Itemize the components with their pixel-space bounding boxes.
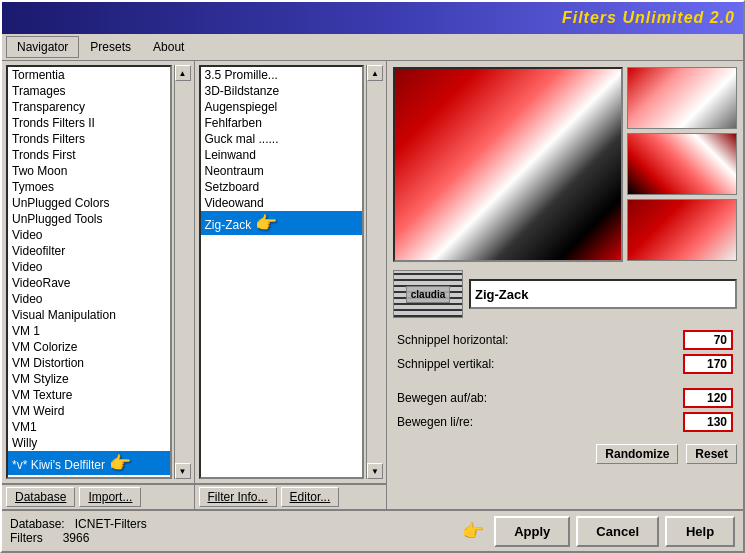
apply-button[interactable]: Apply bbox=[494, 516, 570, 547]
bewegen-li-re-value[interactable]: 130 bbox=[683, 412, 733, 432]
right-scrollbar[interactable]: ▲ ▼ bbox=[366, 65, 382, 479]
title-bar-text: Filters Unlimited 2.0 bbox=[562, 9, 735, 27]
list-item[interactable]: 3D-Bildstanze bbox=[201, 83, 363, 99]
database-btn[interactable]: Database bbox=[6, 487, 75, 507]
left-scrollbar[interactable]: ▲ ▼ bbox=[174, 65, 190, 479]
bewegen-auf-ab-label: Bewegen auf/ab: bbox=[397, 391, 683, 405]
list-item[interactable]: Tymoes bbox=[8, 179, 170, 195]
list-item[interactable]: Setzboard bbox=[201, 179, 363, 195]
status-info: Database: ICNET-Filters Filters 3966 bbox=[10, 517, 147, 545]
randomize-reset-bar: Randomize Reset bbox=[393, 444, 737, 464]
list-item[interactable]: Transparency bbox=[8, 99, 170, 115]
left-list-container: TormentiaTramagesTransparencyTronds Filt… bbox=[2, 61, 194, 483]
list-item[interactable]: Neontraum bbox=[201, 163, 363, 179]
database-value: ICNET-Filters bbox=[75, 517, 147, 531]
filter-name: Zig-Zack bbox=[475, 287, 528, 302]
title-bar: Filters Unlimited 2.0 bbox=[2, 2, 743, 34]
tab-about[interactable]: About bbox=[142, 36, 195, 58]
reset-btn[interactable]: Reset bbox=[686, 444, 737, 464]
scroll-track bbox=[175, 81, 190, 463]
right-scroll-up-btn[interactable]: ▲ bbox=[367, 65, 383, 81]
tab-presets[interactable]: Presets bbox=[79, 36, 142, 58]
left-toolbar: Database Import... bbox=[2, 483, 194, 509]
list-item[interactable]: UnPlugged Tools bbox=[8, 211, 170, 227]
list-item[interactable]: Tormentia bbox=[8, 67, 170, 83]
scroll-up-btn[interactable]: ▲ bbox=[175, 65, 191, 81]
param-schnippel-vertikal: Schnippel vertikal: 170 bbox=[397, 354, 733, 374]
import-btn[interactable]: Import... bbox=[79, 487, 141, 507]
right-list-container: 3.5 Promille...3D-BildstanzeAugenspiegel… bbox=[195, 61, 387, 483]
list-item[interactable]: VM 1 bbox=[8, 323, 170, 339]
list-item[interactable]: Video bbox=[8, 291, 170, 307]
filter-icon: claudia bbox=[393, 270, 463, 318]
list-item[interactable]: VM Texture bbox=[8, 387, 170, 403]
list-item[interactable]: Videowand bbox=[201, 195, 363, 211]
preview-thumb-2 bbox=[627, 133, 737, 195]
apply-arrow-icon: 👉 bbox=[462, 520, 484, 542]
status-bar: Database: ICNET-Filters Filters 3966 👉 A… bbox=[2, 509, 743, 551]
list-item[interactable]: *v* Kiwi's Delfilter👉 bbox=[8, 451, 170, 475]
filter-name-box: Zig-Zack bbox=[469, 279, 737, 309]
right-toolbar: Filter Info... Editor... bbox=[195, 483, 387, 509]
help-button[interactable]: Help bbox=[665, 516, 735, 547]
filters-value: 3966 bbox=[63, 531, 90, 545]
list-item[interactable]: Tramages bbox=[8, 83, 170, 99]
list-item[interactable]: Guck mal ...... bbox=[201, 131, 363, 147]
list-item[interactable]: Willy bbox=[8, 435, 170, 451]
list-item[interactable]: VM Weird bbox=[8, 403, 170, 419]
category-list[interactable]: TormentiaTramagesTransparencyTronds Filt… bbox=[6, 65, 172, 479]
params-area: Schnippel horizontal: 70 Schnippel verti… bbox=[393, 326, 737, 440]
list-item[interactable]: Video bbox=[8, 227, 170, 243]
cancel-button[interactable]: Cancel bbox=[576, 516, 659, 547]
preview-thumb-1 bbox=[627, 67, 737, 129]
list-item[interactable]: Tronds Filters II bbox=[8, 115, 170, 131]
editor-btn[interactable]: Editor... bbox=[281, 487, 340, 507]
main-content: TormentiaTramagesTransparencyTronds Filt… bbox=[2, 61, 743, 509]
bewegen-auf-ab-value[interactable]: 120 bbox=[683, 388, 733, 408]
filter-list[interactable]: 3.5 Promille...3D-BildstanzeAugenspiegel… bbox=[199, 65, 365, 479]
param-schnippel-horizontal: Schnippel horizontal: 70 bbox=[397, 330, 733, 350]
preview-area bbox=[393, 67, 737, 262]
database-status: Database: ICNET-Filters bbox=[10, 517, 147, 531]
param-bewegen-auf-ab: Bewegen auf/ab: 120 bbox=[397, 388, 733, 408]
list-item[interactable]: Fehlfarben bbox=[201, 115, 363, 131]
database-label: Database: bbox=[10, 517, 65, 531]
randomize-btn[interactable]: Randomize bbox=[596, 444, 678, 464]
schnippel-horizontal-value[interactable]: 70 bbox=[683, 330, 733, 350]
list-item[interactable]: VM Distortion bbox=[8, 355, 170, 371]
list-item[interactable]: 3.5 Promille... bbox=[201, 67, 363, 83]
preview-params-panel: claudia Zig-Zack Schnippel horizontal: 7… bbox=[387, 61, 743, 509]
list-item[interactable]: Visual Manipulation bbox=[8, 307, 170, 323]
right-scroll-track bbox=[367, 81, 382, 463]
right-scroll-down-btn[interactable]: ▼ bbox=[367, 463, 383, 479]
param-bewegen-li-re: Bewegen li/re: 130 bbox=[397, 412, 733, 432]
filter-info-btn[interactable]: Filter Info... bbox=[199, 487, 277, 507]
list-item[interactable]: VM1 bbox=[8, 419, 170, 435]
list-item[interactable]: VM Colorize bbox=[8, 339, 170, 355]
list-item[interactable]: Leinwand bbox=[201, 147, 363, 163]
bewegen-li-re-label: Bewegen li/re: bbox=[397, 415, 683, 429]
list-item[interactable]: Zig-Zack👉 bbox=[201, 211, 363, 235]
filter-icon-text: claudia bbox=[406, 286, 450, 303]
list-item[interactable]: Videofilter bbox=[8, 243, 170, 259]
action-buttons: 👉 Apply Cancel Help bbox=[462, 516, 735, 547]
filter-list-panel: 3.5 Promille...3D-BildstanzeAugenspiegel… bbox=[195, 61, 388, 509]
list-item[interactable]: Tronds First bbox=[8, 147, 170, 163]
main-preview bbox=[393, 67, 623, 262]
filter-info-bar: claudia Zig-Zack bbox=[393, 270, 737, 318]
schnippel-vertikal-label: Schnippel vertikal: bbox=[397, 357, 683, 371]
list-item[interactable]: Two Moon bbox=[8, 163, 170, 179]
list-item[interactable]: UnPlugged Colors bbox=[8, 195, 170, 211]
list-item[interactable]: Augenspiegel bbox=[201, 99, 363, 115]
schnippel-horizontal-label: Schnippel horizontal: bbox=[397, 333, 683, 347]
left-panel: TormentiaTramagesTransparencyTronds Filt… bbox=[2, 61, 195, 509]
schnippel-vertikal-value[interactable]: 170 bbox=[683, 354, 733, 374]
list-item[interactable]: Tronds Filters bbox=[8, 131, 170, 147]
list-item[interactable]: VM Stylize bbox=[8, 371, 170, 387]
filters-status: Filters 3966 bbox=[10, 531, 147, 545]
list-item[interactable]: VideoRave bbox=[8, 275, 170, 291]
tab-navigator[interactable]: Navigator bbox=[6, 36, 79, 58]
scroll-down-btn[interactable]: ▼ bbox=[175, 463, 191, 479]
list-item[interactable]: Video bbox=[8, 259, 170, 275]
preview-thumb-3 bbox=[627, 199, 737, 261]
